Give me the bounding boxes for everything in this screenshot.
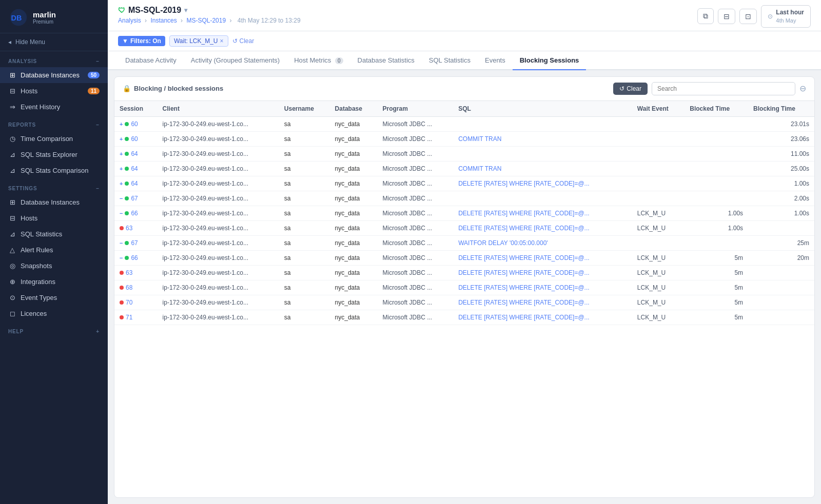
expand-collapse-button[interactable]: + [120,121,123,127]
table-row[interactable]: 68ip-172-30-0-249.eu-west-1.co...sanyc_d… [114,280,814,295]
sidebar-item-licences[interactable]: ◻ Licences [0,306,108,321]
table-row[interactable]: 71ip-172-30-0-249.eu-west-1.co...sanyc_d… [114,310,814,325]
sidebar-item-snapshots[interactable]: ◎ Snapshots [0,258,108,274]
sidebar-item-sql-stats-comparison[interactable]: ⊿ SQL Stats Comparison [0,163,108,178]
breadcrumb-instance[interactable]: MS-SQL-2019 [186,17,226,24]
sidebar-item-settings-database-instances[interactable]: ⊞ Database Instances [0,194,108,210]
session-id-link[interactable]: 66 [131,254,138,261]
sql-link[interactable]: DELETE [RATES] WHERE [RATE_CODE]=@... [458,254,589,261]
sql-link[interactable]: COMMIT TRAN [458,135,501,143]
table-row[interactable]: +64ip-172-30-0-249.eu-west-1.co...sanyc_… [114,176,814,191]
table-row[interactable]: +60ip-172-30-0-249.eu-west-1.co...sanyc_… [114,131,814,146]
sql-link[interactable]: DELETE [RATES] WHERE [RATE_CODE]=@... [458,180,589,187]
expand-collapse-button[interactable]: + [120,151,123,157]
tab-host-metrics[interactable]: Host Metrics 0 [287,51,350,70]
expand-collapse-button[interactable]: − [120,195,123,201]
sql-link[interactable]: DELETE [RATES] WHERE [RATE_CODE]=@... [458,210,589,217]
table-row[interactable]: −67ip-172-30-0-249.eu-west-1.co...sanyc_… [114,235,814,250]
cell-sql[interactable]: DELETE [RATES] WHERE [RATE_CODE]=@... [453,310,632,325]
sql-link[interactable]: DELETE [RATES] WHERE [RATE_CODE]=@... [458,269,589,276]
expand-collapse-button[interactable]: + [120,180,123,187]
filter-tag-label: Wait: LCK_M_U [174,37,218,45]
session-id-link[interactable]: 71 [126,314,132,321]
search-input[interactable] [652,82,795,95]
session-id-link[interactable]: 64 [131,180,138,187]
sql-link[interactable]: DELETE [RATES] WHERE [RATE_CODE]=@... [458,225,589,232]
filter-clear-button[interactable]: ↺ Clear [232,37,255,45]
table-row[interactable]: 70ip-172-30-0-249.eu-west-1.co...sanyc_d… [114,295,814,310]
session-id-link[interactable]: 63 [126,225,132,232]
tab-events[interactable]: Events [478,51,513,70]
sidebar-item-database-instances[interactable]: ⊞ Database Instances 50 [0,67,108,83]
expand-collapse-button[interactable]: + [120,166,123,172]
tab-sql-statistics[interactable]: SQL Statistics [422,51,478,70]
session-id-link[interactable]: 60 [131,135,138,143]
expand-collapse-button[interactable]: − [120,210,123,216]
cell-sql[interactable]: WAITFOR DELAY '00:05:00.000' [453,235,632,250]
cell-sql[interactable]: COMMIT TRAN [453,131,632,146]
copy-button[interactable]: ⧉ [697,8,714,24]
tab-activity-grouped[interactable]: Activity (Grouped Statements) [184,51,287,70]
expand-collapse-button[interactable]: − [120,255,123,261]
sidebar-item-event-history[interactable]: ⇒ Event History [0,99,108,115]
session-id-link[interactable]: 66 [131,210,138,217]
cell-sql[interactable]: DELETE [RATES] WHERE [RATE_CODE]=@... [453,176,632,191]
table-row[interactable]: +64ip-172-30-0-249.eu-west-1.co...sanyc_… [114,146,814,161]
session-id-link[interactable]: 68 [126,284,132,291]
sql-link[interactable]: DELETE [RATES] WHERE [RATE_CODE]=@... [458,284,589,291]
sql-link[interactable]: WAITFOR DELAY '00:05:00.000' [458,239,548,247]
green-status-dot [125,152,129,156]
cell-sql[interactable]: COMMIT TRAN [453,161,632,176]
table-row[interactable]: +60ip-172-30-0-249.eu-west-1.co...sanyc_… [114,116,814,131]
sidebar-item-integrations[interactable]: ⊕ Integrations [0,274,108,290]
cell-sql[interactable]: DELETE [RATES] WHERE [RATE_CODE]=@... [453,265,632,280]
table-row[interactable]: 63ip-172-30-0-249.eu-west-1.co...sanyc_d… [114,265,814,280]
session-id-link[interactable]: 64 [131,165,138,172]
clear-button[interactable]: ↺ Clear [613,83,648,95]
cell-sql[interactable]: DELETE [RATES] WHERE [RATE_CODE]=@... [453,206,632,220]
breadcrumb-analysis[interactable]: Analysis [118,17,141,24]
collapse-icon[interactable]: − [96,122,100,128]
tab-database-statistics[interactable]: Database Statistics [350,51,422,70]
table-row[interactable]: −66ip-172-30-0-249.eu-west-1.co...sanyc_… [114,206,814,220]
cell-sql[interactable]: DELETE [RATES] WHERE [RATE_CODE]=@... [453,295,632,310]
session-id-link[interactable]: 67 [131,239,138,247]
sql-link[interactable]: DELETE [RATES] WHERE [RATE_CODE]=@... [458,299,589,306]
filter-button[interactable]: ⊟ [718,9,735,24]
filter-remove-icon[interactable]: × [220,37,223,45]
cell-sql[interactable]: DELETE [RATES] WHERE [RATE_CODE]=@... [453,220,632,235]
table-row[interactable]: −66ip-172-30-0-249.eu-west-1.co...sanyc_… [114,250,814,265]
session-id-link[interactable]: 70 [126,299,132,306]
cell-sql[interactable]: DELETE [RATES] WHERE [RATE_CODE]=@... [453,280,632,295]
sidebar-item-sql-statistics[interactable]: ⊿ SQL Statistics [0,226,108,242]
collapse-icon[interactable]: − [96,186,100,191]
sidebar-item-hosts[interactable]: ⊟ Hosts 11 [0,83,108,99]
session-id-link[interactable]: 63 [126,269,132,276]
session-id-link[interactable]: 64 [131,150,138,157]
hide-menu-button[interactable]: ◂ Hide Menu [0,33,108,51]
expand-collapse-button[interactable]: − [120,240,123,246]
help-expand-icon[interactable]: + [96,329,100,334]
dropdown-arrow-icon[interactable]: ▾ [184,7,187,14]
collapse-icon[interactable]: − [96,58,100,64]
table-row[interactable]: −67ip-172-30-0-249.eu-west-1.co...sanyc_… [114,191,814,206]
sql-link[interactable]: DELETE [RATES] WHERE [RATE_CODE]=@... [458,314,589,321]
session-id-link[interactable]: 60 [131,120,138,128]
camera-button[interactable]: ⊡ [739,9,757,24]
sidebar-item-event-types[interactable]: ⊙ Event Types [0,290,108,306]
tab-blocking-sessions[interactable]: Blocking Sessions [513,51,587,70]
minimize-button[interactable]: ⊖ [799,84,806,93]
breadcrumb-instances[interactable]: Instances [150,17,177,24]
sidebar-item-time-comparison[interactable]: ◷ Time Comparison [0,131,108,147]
sidebar-item-settings-hosts[interactable]: ⊟ Hosts [0,210,108,226]
table-row[interactable]: 63ip-172-30-0-249.eu-west-1.co...sanyc_d… [114,220,814,235]
cell-sql[interactable]: DELETE [RATES] WHERE [RATE_CODE]=@... [453,250,632,265]
sql-link[interactable]: COMMIT TRAN [458,165,501,172]
session-id-link[interactable]: 67 [131,195,138,202]
expand-collapse-button[interactable]: + [120,136,123,142]
time-range-button[interactable]: ⊙ Last hour 4th May [761,5,811,28]
sidebar-item-alert-rules[interactable]: △ Alert Rules [0,242,108,258]
table-row[interactable]: +64ip-172-30-0-249.eu-west-1.co...sanyc_… [114,161,814,176]
sidebar-item-sql-stats-explorer[interactable]: ⊿ SQL Stats Explorer [0,147,108,163]
tab-database-activity[interactable]: Database Activity [118,51,184,70]
